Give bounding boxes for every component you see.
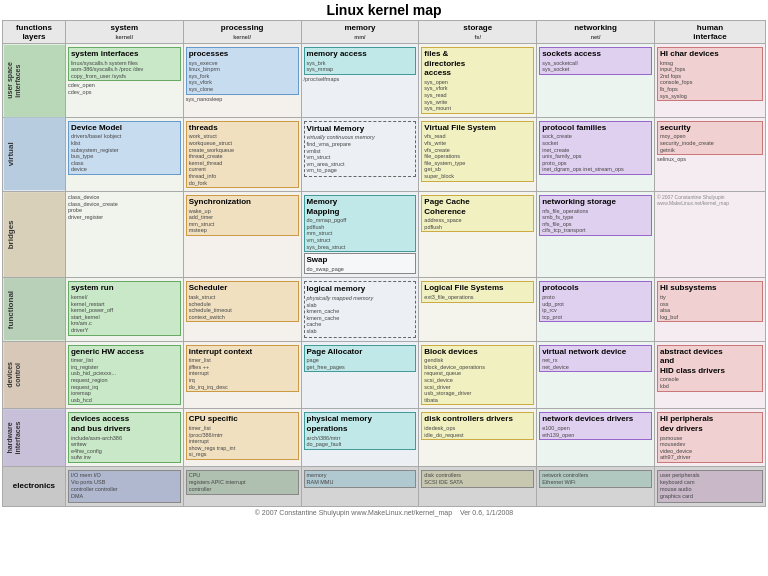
generic-hw-box: generic HW access timer_list irq_registe… <box>68 345 181 406</box>
cell-human-bridges: © 2007 Constantine Shulyupinwww.MakeLinu… <box>654 192 765 278</box>
bridges-row: bridges class_deviceclass_device_createp… <box>3 192 766 278</box>
electronics-system: I/O mem I/O Vio ports USB controller con… <box>65 466 183 506</box>
electronics-peripherals-box: user peripherals keyboard cam mouse audi… <box>657 470 763 503</box>
protocols-box: protocols proto udp_prot ip_rcv tcp_prot <box>539 281 652 322</box>
protocol-families-box: protocol families sock_create socket ine… <box>539 121 652 175</box>
electronics-processing: CPU registers APIC interrupt controller <box>183 466 301 506</box>
layers-header: functions layers <box>3 21 66 44</box>
cell-human-hardware: HI peripherals dev drivers psmouse mouse… <box>654 409 765 467</box>
row-label-devices: devices control <box>3 341 66 409</box>
proc-self-maps: /proc/selfmaps <box>304 76 417 83</box>
row-label-bridges: bridges <box>3 192 66 278</box>
networking-storage-box: networking storage nfs_file_operations s… <box>539 195 652 236</box>
logical-memory-box: logical memory physically mapped memory … <box>304 281 417 337</box>
electronics-human: user peripherals keyboard cam mouse audi… <box>654 466 765 506</box>
cell-human-virtual: security moy_open security_inode_create … <box>654 117 765 191</box>
cell-memory-userspace: memory access sys_brk sys_mmap /proc/sel… <box>301 44 419 118</box>
virtual-memory-box: Virtual Memory virtually continuous memo… <box>304 121 417 177</box>
col-header-storage: storage fs/ <box>419 21 537 44</box>
electronics-io-box: I/O mem I/O Vio ports USB controller con… <box>68 470 181 503</box>
physical-memory-box: physical memory operations arch/i386/mtr… <box>304 412 417 449</box>
security-box: security moy_open security_inode_create … <box>657 121 763 155</box>
electronics-label: electronics <box>3 466 66 506</box>
processes-box: processes sys_execve linux_binprm sys_fo… <box>186 47 299 95</box>
cell-processing-virtual: threads work_struct workqueue_struct cre… <box>183 117 301 191</box>
cell-networking-userspace: sockets access sys_socketcall sys_socket <box>537 44 655 118</box>
cell-storage-bridges: Page Cache Coherence address_space pdflu… <box>419 192 537 278</box>
abstract-devices-box: abstract devices and HID class drivers c… <box>657 345 763 392</box>
logical-fs-box: Logical File Systems ext3_file_operation… <box>421 281 534 302</box>
cell-human-userspace: HI char devices kmsg input_fops 2nd fops… <box>654 44 765 118</box>
cell-memory-hardware: physical memory operations arch/i386/mtr… <box>301 409 419 467</box>
cell-networking-functional: protocols proto udp_prot ip_rcv tcp_prot <box>537 278 655 341</box>
threads-box: threads work_struct workqueue_struct cre… <box>186 121 299 188</box>
hi-peripherals-box: HI peripherals dev drivers psmouse mouse… <box>657 412 763 463</box>
cell-system-userspace: system interfaces linux/syscalls.h syste… <box>65 44 183 118</box>
cell-memory-bridges: Memory Mapping do_mmap_pgoff pdflush mm_… <box>301 192 419 278</box>
cell-networking-devices: virtual network device net_rx net_device <box>537 341 655 409</box>
devices-access-box: devices access and bus drivers include/a… <box>68 412 181 463</box>
network-devices-box: network devices drivers e100_open eth139… <box>539 412 652 440</box>
synchronization-box: Synchronization wake_up add_timer mm_str… <box>186 195 299 236</box>
col-header-human: human interface <box>654 21 765 44</box>
row-label-functional: functional <box>3 278 66 341</box>
hi-char-devices-box: HI char devices kmsg input_fops 2nd fops… <box>657 47 763 101</box>
cell-system-virtual: Device Model drivers/base/ kobject klist… <box>65 117 183 191</box>
cell-system-devices: generic HW access timer_list irq_registe… <box>65 341 183 409</box>
memory-mapping-box: Memory Mapping do_mmap_pgoff pdflush mm_… <box>304 195 417 252</box>
sys-nanosleep: sys_nanosleep <box>186 96 299 103</box>
functional-row: functional system run kernel/ kernel_res… <box>3 278 766 341</box>
user-space-row: user space interfaces system interfaces … <box>3 44 766 118</box>
disk-controllers-box: disk controllers drivers idedesk_ops idl… <box>421 412 534 440</box>
copyright-text: © 2007 Constantine Shulyupin www.MakeLin… <box>2 509 766 516</box>
scheduler-box: Scheduler task_struct schedule schedule_… <box>186 281 299 322</box>
device-model-box: Device Model drivers/base/ kobject klist… <box>68 121 181 175</box>
row-label-virtual: virtual <box>3 117 66 191</box>
cdev-ops: cdev_open cdev_ops <box>68 82 181 95</box>
col-header-memory: memory mm/ <box>301 21 419 44</box>
cell-processing-bridges: Synchronization wake_up add_timer mm_str… <box>183 192 301 278</box>
page-allocator-box: Page Allocator page get_free_pages <box>304 345 417 373</box>
selinux-ops: selinux_ops <box>657 156 763 163</box>
electronics-memory: memory RAM MMU <box>301 466 419 506</box>
electronics-networking: network controllers Ethernet WiFi <box>537 466 655 506</box>
cell-memory-virtual: Virtual Memory virtually continuous memo… <box>301 117 419 191</box>
cell-processing-hardware: CPU specific timer_list /proc/386/mtrr i… <box>183 409 301 467</box>
hi-subsystems-box: HI subsystems tty oss alsa log_buf <box>657 281 763 322</box>
page-cache-box: Page Cache Coherence address_space pdflu… <box>421 195 534 232</box>
cell-processing-devices: interrupt context timer_list jiffies ++ … <box>183 341 301 409</box>
row-label-user-space: user space interfaces <box>3 44 66 118</box>
cell-networking-hardware: network devices drivers e100_open eth139… <box>537 409 655 467</box>
row-label-hardware: hardware interfaces <box>3 409 66 467</box>
cell-human-functional: HI subsystems tty oss alsa log_buf <box>654 278 765 341</box>
cell-system-hardware: devices access and bus drivers include/a… <box>65 409 183 467</box>
system-interfaces-box: system interfaces linux/syscalls.h syste… <box>68 47 181 81</box>
hardware-row: hardware interfaces devices access and b… <box>3 409 766 467</box>
cell-human-devices: abstract devices and HID class drivers c… <box>654 341 765 409</box>
cell-system-bridges: class_deviceclass_device_createprobedriv… <box>65 192 183 278</box>
virtual-fs-box: Virtual File System vfs_read vfs_write v… <box>421 121 534 182</box>
electronics-cpu-box: CPU registers APIC interrupt controller <box>186 470 299 496</box>
cell-processing-userspace: processes sys_execve linux_binprm sys_fo… <box>183 44 301 118</box>
cell-networking-virtual: protocol families sock_create socket ine… <box>537 117 655 191</box>
block-devices-box: Block devices gendisk block_device_opera… <box>421 345 534 406</box>
interrupt-context-box: interrupt context timer_list jiffies ++ … <box>186 345 299 393</box>
main-container: Linux kernel map functions layers system… <box>0 0 768 576</box>
cell-storage-virtual: Virtual File System vfs_read vfs_write v… <box>419 117 537 191</box>
cell-system-functional: system run kernel/ kernel_restart kernel… <box>65 278 183 341</box>
col-header-networking: networking net/ <box>537 21 655 44</box>
sockets-access-box: sockets access sys_socketcall sys_socket <box>539 47 652 75</box>
kernel-map-table: functions layers system kernel/ processi… <box>2 20 766 507</box>
cell-storage-functional: Logical File Systems ext3_file_operation… <box>419 278 537 341</box>
cell-memory-functional: logical memory physically mapped memory … <box>301 278 419 341</box>
header-row: functions layers system kernel/ processi… <box>3 21 766 44</box>
electronics-memory-box: memory RAM MMU <box>304 470 417 488</box>
swap-box: Swap do_swap_page <box>304 253 417 274</box>
cell-memory-devices: Page Allocator page get_free_pages <box>301 341 419 409</box>
electronics-storage: disk controllers SCSI IDE SATA <box>419 466 537 506</box>
cell-storage-userspace: files & directories access sys_open sys_… <box>419 44 537 118</box>
cell-networking-bridges: networking storage nfs_file_operations s… <box>537 192 655 278</box>
col-header-processing: processing kernel/ <box>183 21 301 44</box>
devices-control-row: devices control generic HW access timer_… <box>3 341 766 409</box>
electronics-network-box: network controllers Ethernet WiFi <box>539 470 652 488</box>
